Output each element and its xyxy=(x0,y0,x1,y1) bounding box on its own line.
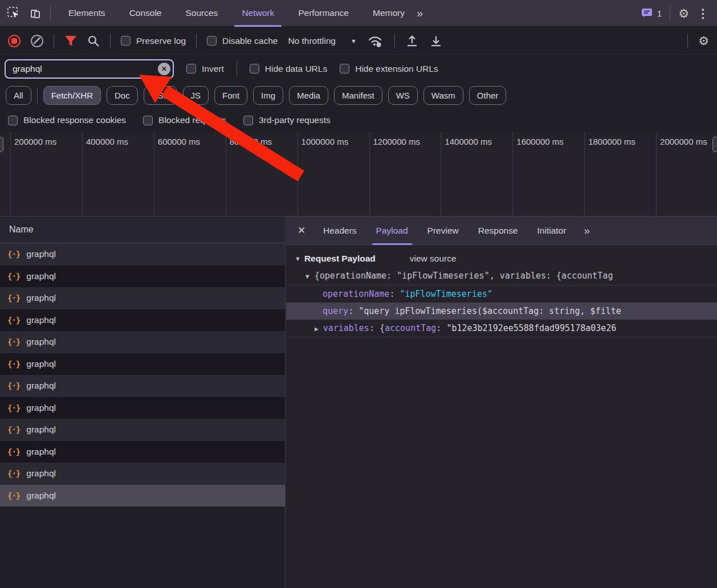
third-party-requests-checkbox[interactable]: 3rd-party requests xyxy=(243,115,331,125)
request-row[interactable]: {·}graphql xyxy=(0,397,285,419)
timeline-tick-label: 600000 ms xyxy=(158,137,200,146)
json-request-icon: {·} xyxy=(7,360,20,369)
blocked-requests-checkbox[interactable]: Blocked requests xyxy=(143,115,226,125)
tab-elements[interactable]: Elements xyxy=(56,0,117,27)
request-row[interactable]: {·}graphql xyxy=(0,463,285,485)
blocked-requests-label: Blocked requests xyxy=(158,115,226,125)
chip-css[interactable]: CSS xyxy=(144,86,177,105)
tab-network[interactable]: Network xyxy=(230,0,286,27)
detail-tab-response[interactable]: Response xyxy=(469,217,528,245)
tab-console[interactable]: Console xyxy=(117,0,174,27)
detail-tab-preview[interactable]: Preview xyxy=(418,217,469,245)
collapse-triangle-icon[interactable]: ▼ xyxy=(295,255,301,262)
request-name: graphql xyxy=(26,468,56,479)
request-row[interactable]: {·}graphql xyxy=(0,419,285,441)
chip-font[interactable]: Font xyxy=(214,86,247,105)
chip-media[interactable]: Media xyxy=(289,86,328,105)
kebab-menu-icon[interactable]: ⋮ xyxy=(697,7,709,19)
more-detail-tabs-icon[interactable]: » xyxy=(584,224,589,237)
network-overview-timeline[interactable]: 200000 ms400000 ms600000 ms800000 ms1000… xyxy=(0,132,717,217)
request-row[interactable]: {·}graphql xyxy=(0,485,285,507)
request-row[interactable]: {·}graphql xyxy=(0,375,285,397)
clear-network-log-button[interactable] xyxy=(31,35,43,47)
request-name: graphql xyxy=(26,315,56,325)
detail-tab-initiator[interactable]: Initiator xyxy=(528,217,576,245)
chip-manifest[interactable]: Manifest xyxy=(334,86,382,105)
checkbox xyxy=(250,64,259,74)
hide-data-urls-checkbox[interactable]: Hide data URLs xyxy=(250,64,327,74)
request-row[interactable]: {·}graphql xyxy=(0,309,285,332)
request-name: graphql xyxy=(26,337,56,347)
request-row[interactable]: {·}graphql xyxy=(0,331,285,353)
network-conditions-icon[interactable] xyxy=(367,34,384,48)
message-icon xyxy=(641,7,653,19)
timeline-right-handle[interactable] xyxy=(712,137,717,152)
request-name: graphql xyxy=(26,491,56,501)
request-row[interactable]: {·}graphql xyxy=(0,287,285,309)
tab-performance[interactable]: Performance xyxy=(286,0,361,27)
invert-checkbox[interactable]: Invert xyxy=(186,64,224,74)
json-request-icon: {·} xyxy=(7,316,20,325)
detail-tabs: ✕ HeadersPayloadPreviewResponseInitiator… xyxy=(286,217,717,245)
timeline-left-handle[interactable] xyxy=(0,137,3,152)
timeline-tick-label: 400000 ms xyxy=(86,137,128,146)
timeline-tick-label: 1800000 ms xyxy=(588,137,635,146)
issues-counter[interactable]: 1 xyxy=(641,7,662,19)
chip-wasm[interactable]: Wasm xyxy=(423,86,463,105)
panel-tabs: ElementsConsoleSourcesNetworkPerformance… xyxy=(56,0,417,27)
detail-tab-headers[interactable]: Headers xyxy=(313,217,366,245)
checkbox xyxy=(186,64,196,74)
more-panels-icon[interactable]: » xyxy=(417,7,422,20)
blocked-response-cookies-checkbox[interactable]: Blocked response cookies xyxy=(8,115,126,125)
device-toolbar-icon[interactable] xyxy=(28,6,42,20)
request-row[interactable]: {·}graphql xyxy=(0,266,285,288)
timeline-tick-label: 1600000 ms xyxy=(516,137,564,146)
settings-gear-icon[interactable]: ⚙ xyxy=(678,7,689,19)
request-row[interactable]: {·}graphql xyxy=(0,243,285,266)
view-source-link[interactable]: view source xyxy=(410,254,457,264)
collapse-triangle-icon[interactable]: ▼ xyxy=(305,273,309,280)
request-row[interactable]: {·}graphql xyxy=(0,441,285,463)
toolbar-divider xyxy=(50,6,51,21)
expand-triangle-icon[interactable]: ▶ xyxy=(315,325,319,333)
chip-all[interactable]: All xyxy=(6,86,31,105)
payload-string-value: "query ipFlowTimeseries($accountTag: str… xyxy=(358,306,621,316)
chip-doc[interactable]: Doc xyxy=(107,86,138,105)
import-har-icon[interactable] xyxy=(405,34,419,48)
clear-filter-icon[interactable]: ✕ xyxy=(158,63,170,75)
payload-string-value: "b12e3b2192ee5588fdad995178a03e26 xyxy=(446,323,616,333)
inspect-element-icon[interactable] xyxy=(7,6,21,20)
hide-extension-urls-checkbox[interactable]: Hide extension URLs xyxy=(340,64,438,74)
devtools-window: ElementsConsoleSourcesNetworkPerformance… xyxy=(0,0,717,588)
chip-js[interactable]: JS xyxy=(183,86,209,105)
close-icon[interactable]: ✕ xyxy=(290,224,313,236)
issues-count-label: 1 xyxy=(657,9,662,18)
chip-other[interactable]: Other xyxy=(469,86,507,105)
export-har-icon[interactable] xyxy=(429,34,443,48)
tab-memory[interactable]: Memory xyxy=(361,0,417,27)
json-request-icon: {·} xyxy=(7,293,20,303)
payload-row-operation-name[interactable]: operationName: "ipFlowTimeseries" xyxy=(286,285,717,303)
network-settings-gear-icon[interactable]: ⚙ xyxy=(698,35,709,47)
name-column-header[interactable]: Name xyxy=(0,217,285,243)
payload-row-query[interactable]: query: "query ipFlowTimeseries($accountT… xyxy=(286,303,717,320)
preserve-log-checkbox[interactable]: Preserve log xyxy=(121,36,186,46)
payload-row-variables[interactable]: ▶variables: {accountTag: "b12e3b2192ee55… xyxy=(286,320,717,337)
record-network-log-button[interactable] xyxy=(8,35,21,47)
detail-tab-payload[interactable]: Payload xyxy=(366,217,418,245)
throttling-dropdown[interactable]: No throttling ▼ xyxy=(288,36,356,46)
disable-cache-checkbox[interactable]: Disable cache xyxy=(207,36,278,46)
search-icon[interactable] xyxy=(87,35,100,47)
chip-ws[interactable]: WS xyxy=(388,86,418,105)
request-name: graphql xyxy=(26,424,56,435)
filter-funnel-icon[interactable] xyxy=(64,35,77,47)
json-request-icon: {·} xyxy=(7,447,20,456)
tab-sources[interactable]: Sources xyxy=(174,0,230,27)
filter-input[interactable] xyxy=(5,59,174,79)
request-payload-section: ▼ Request Payload view source xyxy=(286,245,717,267)
chip-fetch-xhr[interactable]: Fetch/XHR xyxy=(43,86,101,105)
request-type-chips: AllFetch/XHRDocCSSJSFontImgMediaManifest… xyxy=(0,83,717,108)
payload-root-row[interactable]: ▼{operationName: "ipFlowTimeseries", var… xyxy=(286,267,717,284)
request-row[interactable]: {·}graphql xyxy=(0,353,285,375)
chip-img[interactable]: Img xyxy=(253,86,283,105)
